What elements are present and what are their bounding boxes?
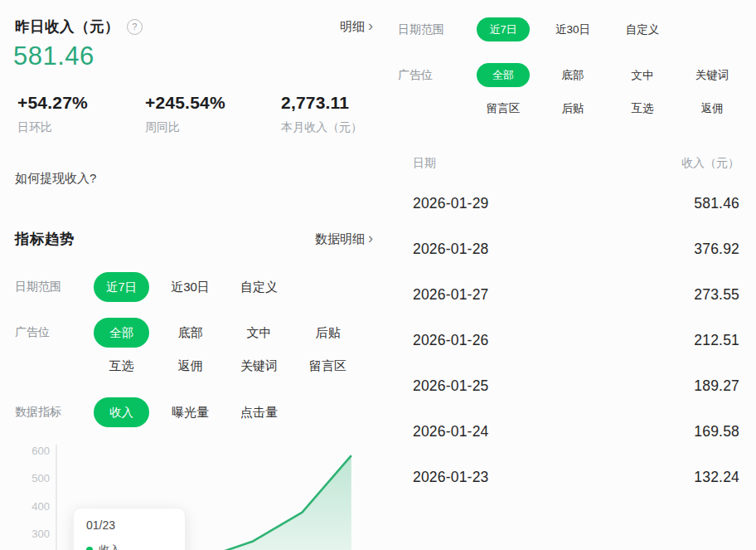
- tooltip-series-row: 收入: [86, 543, 172, 550]
- col-date: 日期: [413, 156, 436, 171]
- yesterday-income-amount: 581.46: [13, 41, 94, 71]
- tooltip-series-label: 收入: [99, 543, 120, 550]
- stat: 2,773.11本月收入（元）: [281, 93, 409, 135]
- filter-option[interactable]: 近30日: [555, 22, 590, 37]
- filter-option[interactable]: 互选: [632, 101, 654, 116]
- trend-header: 指标趋势 数据明细 ›: [15, 229, 373, 249]
- filter-option-cell: 自定义: [225, 280, 293, 295]
- stat-label: 日环比: [17, 120, 145, 135]
- filter-option[interactable]: 近30日: [171, 280, 210, 295]
- date-cell: 2026-01-26: [413, 332, 489, 349]
- filter-option-cell: 返佣: [677, 101, 747, 116]
- date-cell: 2026-01-24: [413, 423, 489, 440]
- yesterday-income-title: 昨日收入（元） ?: [15, 17, 143, 37]
- filter-option[interactable]: 文中: [632, 68, 654, 83]
- trend-title: 指标趋势: [15, 229, 75, 249]
- income-cell: 132.24: [694, 469, 739, 486]
- filter-option-cell: 互选: [87, 358, 156, 374]
- filter-option-cell: 底部: [156, 325, 225, 341]
- filter-option-cell: 近7日: [468, 17, 538, 41]
- filter-option-cell: 留言区: [468, 101, 538, 116]
- filter-option-cell: 近7日: [87, 272, 156, 302]
- table-row: 2026-01-27273.55: [413, 272, 739, 318]
- filter-option-cell: 文中: [608, 68, 677, 83]
- filter-option-cell: 后贴: [293, 325, 362, 341]
- filter-option-cell: 返佣: [156, 358, 225, 374]
- table-row: 2026-01-25189.27: [413, 363, 739, 409]
- filter-option-cell: 全部: [468, 63, 538, 87]
- filter-option-cell: 底部: [538, 68, 608, 83]
- stat: +245.54%周同比: [145, 93, 281, 135]
- table-row: 2026-01-23132.24: [413, 455, 739, 500]
- trend-detail-label: 数据明细: [315, 231, 365, 247]
- filter-option[interactable]: 点击量: [240, 405, 278, 421]
- date-cell: 2026-01-29: [413, 195, 489, 212]
- table-body: 2026-01-29581.462026-01-28376.922026-01-…: [413, 181, 739, 500]
- filter-option[interactable]: 自定义: [240, 280, 278, 295]
- filter-option-selected[interactable]: 全部: [477, 63, 530, 87]
- filter-row: 日期范围近7日近30日自定义: [398, 17, 677, 41]
- date-cell: 2026-01-25: [413, 377, 489, 395]
- trend-detail-link[interactable]: 数据明细 ›: [315, 231, 373, 247]
- filter-option[interactable]: 返佣: [178, 358, 203, 374]
- filter-label: 数据指标: [15, 405, 87, 420]
- table-row: 2026-01-29581.46: [413, 181, 739, 226]
- stat-value: +54.27%: [17, 93, 145, 113]
- trend-chart[interactable]: 600500400300 01/23 收入: [15, 440, 366, 550]
- svg-text:500: 500: [32, 472, 50, 484]
- income-cell: 376.92: [694, 241, 739, 258]
- table-row: 2026-01-28376.92: [413, 226, 739, 272]
- filter-option[interactable]: 互选: [109, 358, 134, 374]
- filter-option[interactable]: 自定义: [626, 22, 660, 37]
- filter-option-cell: 关键词: [677, 68, 747, 83]
- filter-option-cell: 关键词: [225, 358, 293, 374]
- table-header: 日期 收入（元）: [413, 149, 739, 171]
- filter-option-cell: 收入: [87, 397, 156, 427]
- filter-option[interactable]: 文中: [247, 325, 272, 341]
- filter-option[interactable]: 关键词: [695, 68, 729, 83]
- tooltip-date: 01/23: [86, 518, 172, 532]
- filter-option[interactable]: 留言区: [487, 101, 521, 116]
- help-icon[interactable]: ?: [127, 19, 143, 35]
- filter-label: 广告位: [15, 325, 87, 340]
- date-cell: 2026-01-27: [413, 286, 489, 304]
- filter-option-selected[interactable]: 近7日: [94, 272, 149, 302]
- table-row: 2026-01-24169.58: [413, 409, 739, 455]
- filter-option-selected[interactable]: 全部: [94, 318, 149, 348]
- filter-row: 广告位全部底部文中关键词: [398, 63, 747, 87]
- filter-option[interactable]: 后贴: [316, 325, 341, 341]
- income-cell: 189.27: [694, 377, 739, 395]
- filter-option[interactable]: 返佣: [701, 101, 724, 116]
- filter-option[interactable]: 关键词: [240, 358, 278, 374]
- svg-text:400: 400: [32, 500, 50, 513]
- filter-option-cell: 近30日: [538, 22, 608, 37]
- filter-option-cell: 文中: [225, 325, 293, 341]
- date-cell: 2026-01-28: [413, 241, 489, 258]
- stat-value: 2,773.11: [281, 93, 409, 113]
- filter-option-selected[interactable]: 收入: [94, 397, 149, 427]
- stat: +54.27%日环比: [17, 93, 145, 135]
- withdraw-help-link[interactable]: 如何提现收入?: [15, 171, 96, 187]
- filter-label: 广告位: [398, 68, 468, 83]
- filter-option-cell: 自定义: [608, 22, 677, 37]
- stat-value: +245.54%: [145, 93, 281, 113]
- filter-option-cell: 留言区: [293, 358, 362, 374]
- filter-option[interactable]: 留言区: [309, 358, 346, 374]
- filter-row: 日期范围近7日近30日自定义: [15, 272, 293, 302]
- series-dot-icon: [86, 547, 93, 550]
- filter-option[interactable]: 曝光量: [172, 405, 209, 421]
- filter-row: 互选返佣关键词留言区: [15, 353, 362, 378]
- filter-option[interactable]: 底部: [178, 325, 203, 341]
- chevron-right-icon: ›: [368, 231, 373, 246]
- svg-text:600: 600: [32, 445, 50, 457]
- filter-option-cell: 曝光量: [156, 405, 225, 421]
- filter-option[interactable]: 后贴: [562, 101, 584, 116]
- stat-label: 本月收入（元）: [281, 120, 409, 135]
- filter-row: 留言区后贴互选返佣: [398, 99, 747, 119]
- income-cell: 212.51: [694, 332, 739, 349]
- filter-option[interactable]: 底部: [562, 68, 584, 83]
- filter-option-selected[interactable]: 近7日: [477, 17, 530, 41]
- filter-label: 日期范围: [15, 280, 87, 294]
- income-detail-link[interactable]: 明细 ›: [340, 19, 373, 35]
- ad-revenue-dashboard: 昨日收入（元） ? 明细 › 581.46 +54.27%日环比+245.54%…: [0, 0, 756, 550]
